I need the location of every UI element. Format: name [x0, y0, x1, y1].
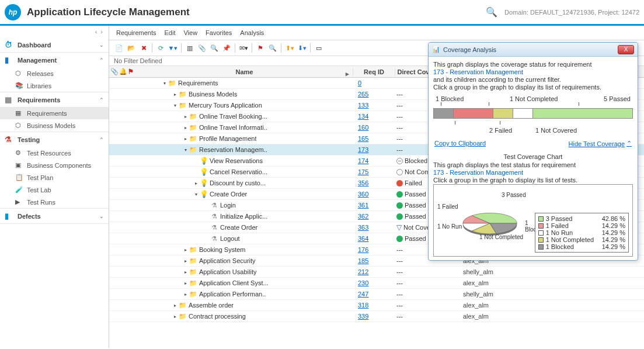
- reqid-link[interactable]: 185: [358, 257, 368, 264]
- expand-icon[interactable]: ▸: [172, 303, 178, 308]
- attach-icon[interactable]: 📎: [197, 43, 207, 53]
- table-row[interactable]: ▸📁Application Client Syst... 230 --- ale…: [109, 278, 644, 289]
- expand-icon[interactable]: ▸: [183, 281, 189, 286]
- bar-seg-notcovered[interactable]: [513, 109, 533, 118]
- pie-chart[interactable]: 3 Passed 1 Failed 1 No Run 1 Not Complet…: [437, 188, 542, 253]
- open-icon[interactable]: 📂: [126, 43, 137, 53]
- sidebar-item-releases[interactable]: ⬡Releases: [0, 67, 109, 80]
- expand-icon[interactable]: ▸: [183, 258, 189, 264]
- sidebar-item-test-runs[interactable]: ▶Test Runs: [0, 196, 109, 208]
- expand-icon[interactable]: ▸: [172, 92, 178, 97]
- col-reqid[interactable]: Req ID: [353, 68, 395, 75]
- filter-icon[interactable]: ▼▾: [168, 43, 178, 53]
- reqid-link[interactable]: 0: [358, 80, 361, 87]
- menu-item[interactable]: Edit: [164, 29, 175, 36]
- search-icon[interactable]: 🔍: [486, 6, 497, 18]
- nav-forward-icon[interactable]: ›: [100, 28, 103, 35]
- panel-titlebar[interactable]: 📊 Coverage Analysis X: [429, 43, 638, 57]
- reqid-link[interactable]: 247: [358, 291, 368, 298]
- col-name[interactable]: Name▸: [136, 68, 353, 75]
- reqid-link[interactable]: 134: [358, 113, 368, 120]
- menu-item[interactable]: Favorites: [206, 29, 232, 36]
- expand-icon[interactable]: ▸: [183, 136, 189, 141]
- coverage-bar-chart[interactable]: 1 Blocked 1 Not Completed 5 Passed: [433, 95, 633, 134]
- mail-icon[interactable]: ✉▾: [238, 43, 249, 53]
- sidebar-item-test-plan[interactable]: 📋Test Plan: [0, 171, 109, 184]
- expand-icon[interactable]: ▸: [183, 292, 189, 297]
- down-icon[interactable]: ⬇▾: [297, 43, 307, 53]
- expand-icon[interactable]: ▾: [193, 192, 199, 197]
- table-row[interactable]: ▸📁Application Usability 212 --- shelly_a…: [109, 267, 644, 278]
- app-header: hp Application Lifecycle Management 🔍 Do…: [0, 0, 644, 26]
- up-icon[interactable]: ⬆▾: [284, 43, 295, 53]
- table-row[interactable]: ▸📁Assemble order 318 --- alex_alm: [109, 300, 644, 311]
- find-icon[interactable]: 🔍: [267, 43, 278, 53]
- copy-clipboard-link[interactable]: Copy to Clipboard: [434, 140, 486, 147]
- bar-seg-passed[interactable]: [533, 109, 632, 118]
- status-text: ---: [396, 91, 403, 98]
- expand-icon[interactable]: ▭: [314, 43, 324, 53]
- expand-icon[interactable]: ▸: [172, 314, 178, 319]
- sidebar-item-test-resources[interactable]: ⚙Test Resources: [0, 147, 109, 159]
- sidebar-item-libraries[interactable]: 📚Libraries: [0, 80, 109, 92]
- reqid-link[interactable]: 361: [358, 202, 368, 209]
- reqid-link[interactable]: 360: [358, 191, 368, 198]
- close-icon[interactable]: X: [618, 45, 634, 54]
- sidebar-item-requirements[interactable]: ▦Requirements: [0, 107, 109, 119]
- reqid-link[interactable]: 174: [358, 157, 368, 164]
- menu-item[interactable]: View: [183, 29, 197, 36]
- refresh-icon[interactable]: ⟳: [155, 43, 166, 53]
- reqid-link[interactable]: 318: [358, 302, 368, 309]
- reqid-link[interactable]: 356: [358, 179, 368, 186]
- columns-icon[interactable]: ▥: [185, 43, 195, 53]
- legend-swatch: [538, 223, 544, 229]
- delete-icon[interactable]: ✖: [138, 43, 149, 53]
- reqid-link[interactable]: 175: [358, 168, 368, 175]
- reqid-link[interactable]: 173: [358, 146, 368, 153]
- req-link[interactable]: 173 - Reservation Management: [433, 169, 633, 176]
- bar-seg-blocked[interactable]: [434, 109, 454, 118]
- reqid-link[interactable]: 212: [358, 268, 368, 275]
- table-row[interactable]: ▸📁Contract processing 339 --- alex_alm: [109, 311, 644, 322]
- reqid-link[interactable]: 165: [358, 135, 368, 142]
- sidebar-section-management[interactable]: ▮Management⌃: [0, 53, 109, 67]
- bar-seg-notcompleted[interactable]: [493, 109, 513, 118]
- expand-icon[interactable]: ▾: [162, 81, 168, 86]
- reqid-link[interactable]: 176: [358, 246, 368, 253]
- zoom-icon[interactable]: 🔍: [209, 43, 220, 53]
- reqid-link[interactable]: 160: [358, 124, 368, 131]
- expand-icon[interactable]: ▸: [183, 125, 189, 130]
- nav-back-icon[interactable]: ‹: [95, 28, 98, 35]
- hide-coverage-link[interactable]: Hide Test Coverage⌃: [569, 140, 632, 147]
- expand-icon[interactable]: ▸: [193, 181, 199, 186]
- reqid-link[interactable]: 265: [358, 91, 368, 98]
- menu-item[interactable]: Analysis: [240, 29, 264, 36]
- reqid-link[interactable]: 339: [358, 313, 368, 320]
- sidebar-item-business-models[interactable]: ⬡Business Models: [0, 119, 109, 132]
- req-link[interactable]: 173 - Reservation Management: [433, 68, 633, 75]
- table-row[interactable]: ▸📁Application Performan.. 247 --- shelly…: [109, 289, 644, 300]
- sidebar-section-requirements[interactable]: ▦Requirements⌃: [0, 92, 109, 107]
- sidebar-item-business-components[interactable]: ▣Business Components: [0, 159, 109, 171]
- bar-seg-failed[interactable]: [454, 109, 493, 118]
- reqid-link[interactable]: 362: [358, 213, 368, 220]
- reqid-link[interactable]: 133: [358, 102, 368, 109]
- expand-icon[interactable]: ▸: [183, 247, 189, 253]
- sidebar-section-dashboard[interactable]: ⏱Dashboard⌄: [0, 37, 109, 52]
- reqid-link[interactable]: 364: [358, 235, 368, 242]
- reqid-link[interactable]: 363: [358, 224, 368, 231]
- sidebar-section-testing[interactable]: ⚗Testing⌃: [0, 132, 109, 147]
- sidebar-section-defects[interactable]: ▮Defects⌄: [0, 209, 109, 223]
- expand-icon[interactable]: ▾: [172, 103, 178, 108]
- expand-icon[interactable]: ▸: [183, 269, 189, 275]
- menu-item[interactable]: Requirements: [116, 29, 156, 36]
- sidebar-item-test-lab[interactable]: 🧪Test Lab: [0, 184, 109, 196]
- reqid-link[interactable]: 230: [358, 279, 368, 286]
- new-icon[interactable]: 📄: [114, 43, 124, 53]
- row-name: Profile Management: [199, 135, 256, 142]
- expand-icon[interactable]: ▸: [183, 114, 189, 119]
- pin-icon[interactable]: 📌: [221, 43, 232, 53]
- legend-pct: 14.29 %: [602, 222, 625, 229]
- expand-icon[interactable]: ▾: [183, 147, 189, 153]
- flag-icon[interactable]: ⚑: [255, 43, 266, 53]
